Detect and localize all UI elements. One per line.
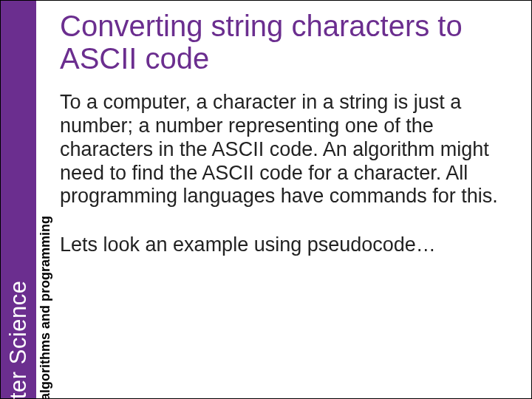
sidebar-subtitle-strip: Computational thinking, algorithms and p… <box>36 1 54 398</box>
content-area: Converting string characters to ASCII co… <box>54 1 531 398</box>
sidebar: Computer Science <box>1 1 36 398</box>
slide: Computer Science Computational thinking,… <box>0 0 532 399</box>
slide-heading: Converting string characters to ASCII co… <box>60 10 516 75</box>
sidebar-subtitle-label: Computational thinking, algorithms and p… <box>38 216 53 399</box>
body-paragraph-2: Lets look an example using pseudocode… <box>60 233 516 257</box>
sidebar-main-label: Computer Science <box>5 280 32 399</box>
body-paragraph-1: To a computer, a character in a string i… <box>60 91 516 208</box>
